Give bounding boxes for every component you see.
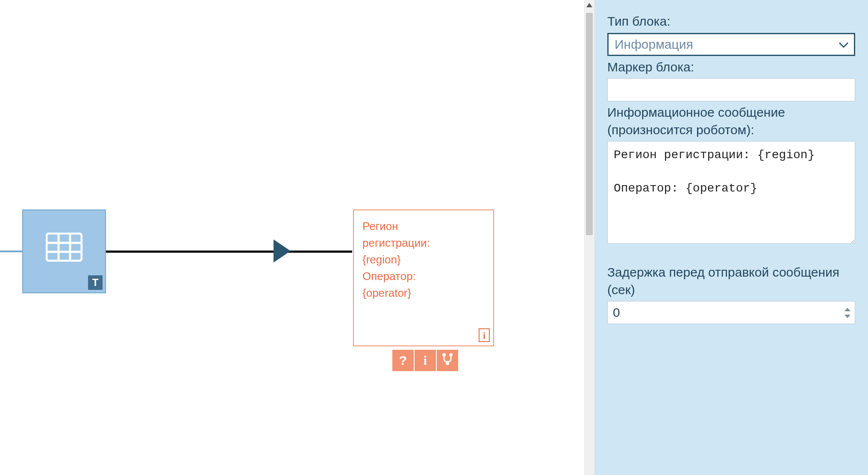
info-icon: i [479,328,490,342]
svg-marker-11 [844,315,850,318]
delay-label: Задержка перед отправкой сообщения (сек) [607,264,855,298]
scroll-thumb[interactable] [586,13,593,235]
spinner-up-icon[interactable] [844,306,850,312]
number-spinner[interactable] [842,303,853,322]
svg-marker-10 [844,308,850,311]
scroll-up-icon[interactable] [585,2,594,9]
node-toolbar: ? i [392,350,458,371]
help-button[interactable]: ? [392,350,414,371]
edge [106,251,352,253]
vertical-scrollbar[interactable] [584,0,594,475]
t-badge: T [88,275,103,290]
svg-rect-0 [47,233,82,261]
properties-panel: Тип блока: Информация Маркер блока: Инфо… [594,0,868,475]
svg-point-6 [442,353,446,357]
block-marker-label: Маркер блока: [607,59,855,76]
incoming-edge [0,251,22,252]
svg-marker-5 [274,239,291,263]
table-icon [46,233,82,263]
branch-button[interactable] [437,350,458,371]
info-button[interactable]: i [415,350,436,371]
table-node[interactable]: T [22,209,106,293]
info-node-line: Оператор: [362,268,485,285]
branch-icon [442,353,453,369]
info-node-line: Регион [362,218,485,235]
svg-point-7 [449,353,453,357]
info-icon: i [424,353,427,368]
info-node[interactable]: Регион регистрации: {region} Оператор: {… [353,209,494,346]
block-type-select[interactable]: Информация [607,33,855,56]
spinner-down-icon[interactable] [844,313,850,319]
delay-input[interactable] [607,301,855,324]
info-node-line: регистрации: [362,235,485,251]
info-node-line: {operator} [362,285,485,301]
block-marker-input[interactable] [607,78,855,101]
canvas[interactable]: T Регион регистрации: {region} Оператор:… [0,0,584,475]
question-icon: ? [399,353,407,368]
info-message-label: Информационное сообщение (произносится р… [607,104,855,139]
info-node-line: {region} [362,251,485,268]
svg-marker-9 [586,3,592,7]
block-type-value: Информация [615,37,693,52]
chevron-down-icon [839,37,849,52]
edge-arrow-icon [274,239,291,266]
block-type-label: Тип блока: [607,13,855,30]
info-message-textarea[interactable] [607,141,855,244]
